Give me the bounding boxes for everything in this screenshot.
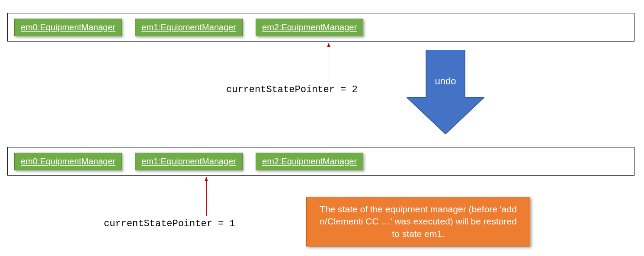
state-box-em1-bottom: em1:EquipmentManager bbox=[135, 153, 243, 170]
callout-box: The state of the equipment manager (befo… bbox=[306, 197, 530, 246]
pointer-arrow-bottom bbox=[206, 177, 207, 216]
pointer-arrow-top bbox=[329, 43, 329, 82]
pointer-label-top: currentStatePointer = 2 bbox=[226, 84, 358, 95]
top-state-container: em0:EquipmentManager em1:EquipmentManage… bbox=[7, 13, 634, 42]
bottom-state-container: em0:EquipmentManager em1:EquipmentManage… bbox=[7, 147, 634, 176]
state-box-em2-bottom: em2:EquipmentManager bbox=[256, 153, 363, 170]
undo-label: undo bbox=[407, 76, 484, 87]
pointer-label-bottom: currentStatePointer = 1 bbox=[104, 218, 235, 229]
state-box-em0-top: em0:EquipmentManager bbox=[14, 19, 122, 36]
state-box-em1-top: em1:EquipmentManager bbox=[135, 19, 243, 36]
state-box-em2-top: em2:EquipmentManager bbox=[256, 19, 363, 36]
state-box-em0-bottom: em0:EquipmentManager bbox=[14, 153, 122, 170]
undo-arrow: undo bbox=[407, 50, 484, 134]
